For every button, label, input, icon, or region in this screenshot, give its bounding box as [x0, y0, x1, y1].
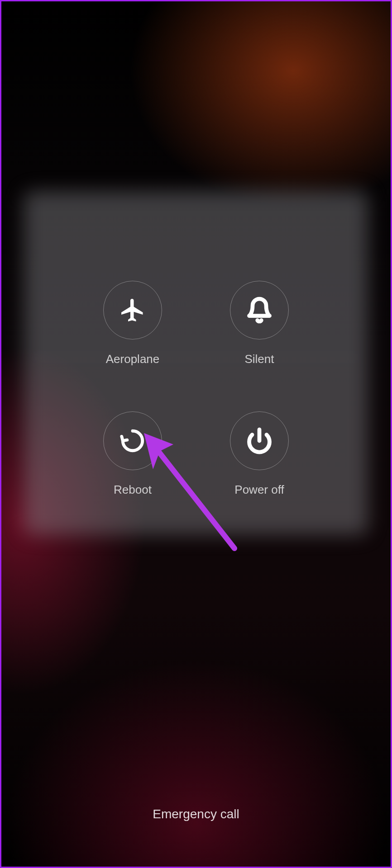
poweroff-option[interactable]: Power off — [230, 411, 289, 497]
poweroff-label: Power off — [234, 483, 284, 497]
reboot-circle — [103, 411, 162, 470]
power-menu-overlay: Aeroplane Silent Reboot — [1, 1, 391, 867]
silent-label: Silent — [244, 352, 274, 366]
options-grid: Aeroplane Silent Reboot — [103, 281, 289, 497]
reboot-option[interactable]: Reboot — [103, 411, 162, 497]
silent-option[interactable]: Silent — [230, 281, 289, 366]
silent-circle — [230, 281, 289, 340]
aeroplane-circle — [103, 281, 162, 340]
airplane-icon — [119, 297, 146, 324]
aeroplane-label: Aeroplane — [106, 352, 160, 366]
aeroplane-option[interactable]: Aeroplane — [103, 281, 162, 366]
power-icon — [246, 427, 273, 454]
reboot-label: Reboot — [114, 483, 152, 497]
bell-icon — [246, 297, 273, 324]
poweroff-circle — [230, 411, 289, 470]
reboot-icon — [120, 428, 146, 454]
